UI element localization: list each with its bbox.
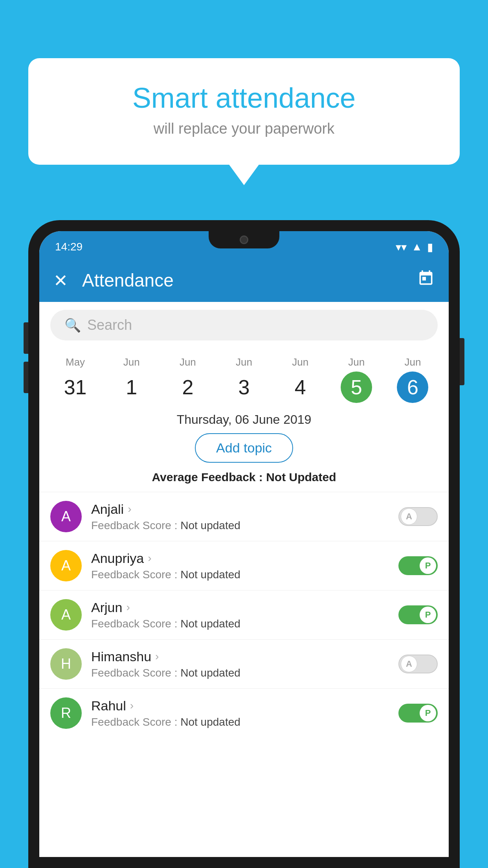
avg-feedback-label: Average Feedback : (152, 471, 266, 484)
date-number[interactable]: 6 (397, 371, 428, 403)
phone-outer: 14:29 ▾▾ ▲ ▮ ✕ Attendance (28, 220, 460, 868)
feedback-score: Feedback Score : Not updated (91, 667, 389, 679)
battery-icon: ▮ (427, 241, 433, 254)
date-number[interactable]: 4 (284, 371, 316, 403)
phone-screen: 14:29 ▾▾ ▲ ▮ ✕ Attendance (39, 231, 449, 857)
student-name: Anupriya › (91, 551, 389, 566)
phone-frame: 14:29 ▾▾ ▲ ▮ ✕ Attendance (28, 220, 460, 868)
app-bar-title: Attendance (82, 270, 417, 291)
date-col[interactable]: Jun5 (328, 356, 385, 403)
student-name: Anjali › (91, 502, 389, 517)
chevron-right-icon: › (126, 601, 130, 614)
date-number[interactable]: 1 (116, 371, 147, 403)
student-name: Rahul › (91, 698, 389, 714)
app-bar: ✕ Attendance (39, 259, 449, 302)
table-row[interactable]: AAnjali ›Feedback Score : Not updatedA (39, 492, 449, 541)
student-info: Arjun ›Feedback Score : Not updated (91, 600, 389, 630)
avatar: A (50, 550, 82, 581)
toggle-knob: A (401, 656, 417, 672)
search-placeholder: Search (87, 317, 132, 333)
volume-up-button (24, 322, 28, 354)
wifi-icon: ▾▾ (396, 241, 407, 254)
table-row[interactable]: AAnupriya ›Feedback Score : Not updatedP (39, 541, 449, 590)
chevron-right-icon: › (155, 650, 159, 663)
table-row[interactable]: AArjun ›Feedback Score : Not updatedP (39, 590, 449, 639)
add-topic-button[interactable]: Add topic (195, 433, 293, 463)
student-list: AAnjali ›Feedback Score : Not updatedAAA… (39, 492, 449, 857)
date-col[interactable]: Jun4 (272, 356, 328, 403)
status-icons: ▾▾ ▲ ▮ (396, 241, 433, 254)
phone-notch (209, 231, 279, 248)
calendar-icon[interactable] (417, 270, 435, 291)
search-bar-container: 🔍 Search (39, 302, 449, 348)
date-strip: May31Jun1Jun2Jun3Jun4Jun5Jun6 (39, 348, 449, 403)
bubble-subtitle: will replace your paperwork (47, 120, 441, 137)
date-month: May (47, 356, 103, 368)
attendance-toggle[interactable]: P (398, 704, 438, 723)
volume-down-button (24, 362, 28, 393)
feedback-score: Feedback Score : Not updated (91, 568, 389, 581)
speech-bubble-container: Smart attendance will replace your paper… (28, 58, 460, 165)
attendance-toggle[interactable]: A (398, 655, 438, 673)
toggle-knob: P (420, 557, 436, 574)
student-info: Anjali ›Feedback Score : Not updated (91, 502, 389, 532)
attendance-toggle[interactable]: P (398, 605, 438, 624)
student-name: Himanshu › (91, 649, 389, 664)
toggle-knob: A (401, 508, 417, 525)
status-time: 14:29 (55, 241, 83, 253)
date-number[interactable]: 5 (341, 371, 372, 403)
avatar: A (50, 501, 82, 532)
avatar: H (50, 648, 82, 680)
date-number[interactable]: 2 (172, 371, 204, 403)
avg-feedback-value: Not Updated (266, 471, 336, 484)
date-col[interactable]: Jun3 (216, 356, 272, 403)
bubble-title: Smart attendance (47, 82, 441, 114)
signal-icon: ▲ (411, 241, 422, 253)
date-number[interactable]: 3 (228, 371, 260, 403)
feedback-score: Feedback Score : Not updated (91, 716, 389, 728)
feedback-score: Feedback Score : Not updated (91, 618, 389, 630)
feedback-score: Feedback Score : Not updated (91, 519, 389, 532)
date-col[interactable]: Jun1 (103, 356, 160, 403)
table-row[interactable]: HHimanshu ›Feedback Score : Not updatedA (39, 639, 449, 688)
power-button (460, 338, 464, 385)
date-month: Jun (160, 356, 216, 368)
date-month: Jun (385, 356, 441, 368)
date-month: Jun (272, 356, 328, 368)
student-name: Arjun › (91, 600, 389, 615)
chevron-right-icon: › (148, 552, 151, 565)
attendance-toggle[interactable]: A (398, 507, 438, 526)
student-info: Anupriya ›Feedback Score : Not updated (91, 551, 389, 581)
chevron-right-icon: › (130, 699, 134, 712)
table-row[interactable]: RRahul ›Feedback Score : Not updatedP (39, 688, 449, 737)
close-button[interactable]: ✕ (53, 270, 68, 291)
avatar: A (50, 599, 82, 631)
date-col[interactable]: Jun6 (385, 356, 441, 403)
toggle-knob: P (420, 705, 436, 721)
date-col[interactable]: Jun2 (160, 356, 216, 403)
speech-bubble: Smart attendance will replace your paper… (28, 58, 460, 165)
date-number[interactable]: 31 (60, 371, 91, 403)
attendance-toggle[interactable]: P (398, 556, 438, 575)
student-info: Rahul ›Feedback Score : Not updated (91, 698, 389, 728)
date-col[interactable]: May31 (47, 356, 103, 403)
date-month: Jun (328, 356, 385, 368)
toggle-knob: P (420, 607, 436, 623)
front-camera (240, 235, 248, 244)
avatar: R (50, 697, 82, 729)
student-info: Himanshu ›Feedback Score : Not updated (91, 649, 389, 679)
avg-feedback: Average Feedback : Not Updated (39, 471, 449, 492)
search-icon: 🔍 (64, 317, 81, 333)
selected-date-label: Thursday, 06 June 2019 (39, 403, 449, 433)
date-month: Jun (103, 356, 160, 368)
date-month: Jun (216, 356, 272, 368)
search-bar[interactable]: 🔍 Search (50, 310, 438, 340)
chevron-right-icon: › (128, 503, 131, 515)
